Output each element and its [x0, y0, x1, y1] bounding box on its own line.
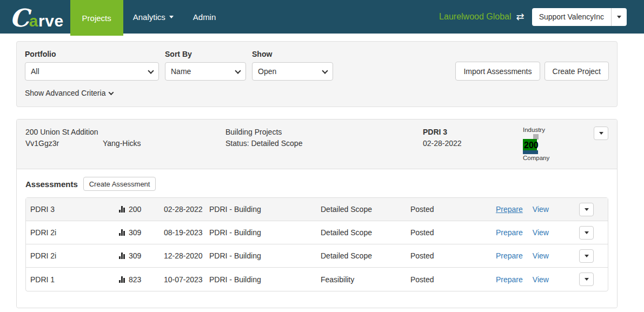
active-company-name: Laurelwood Global — [439, 12, 511, 22]
assessment-score-cell: 823 — [119, 275, 164, 284]
table-row: PDRI 1 823 10-07-2023 PDRI - Building Fe… — [26, 268, 608, 291]
project-code: Vv1Ggz3r — [25, 138, 103, 149]
tab-projects[interactable]: Projects — [70, 0, 123, 36]
assessment-phase-cell: Detailed Scope — [321, 251, 410, 260]
prepare-link[interactable]: Prepare — [496, 275, 523, 284]
assessment-score-value: 309 — [129, 228, 141, 237]
gauge-industry-label: Industry — [523, 127, 593, 134]
view-link[interactable]: View — [533, 205, 549, 214]
support-account-label[interactable]: Support ValencyInc — [532, 8, 611, 26]
sort-by-filter-group: Sort By Name — [165, 50, 246, 81]
tab-admin[interactable]: Admin — [183, 0, 226, 34]
caret-down-icon — [585, 208, 589, 211]
row-actions-dropdown-button[interactable] — [579, 226, 594, 240]
project-identity: 200 Union St Addition Vv1Ggz3r Yang-Hick… — [25, 127, 225, 162]
prepare-link[interactable]: Prepare — [496, 251, 523, 260]
assessment-actions-cell: Prepare View — [496, 228, 565, 237]
assessment-score-value: 823 — [129, 275, 141, 284]
row-actions-dropdown-button[interactable] — [579, 249, 594, 263]
assessment-date-cell: 08-19-2023 — [164, 228, 209, 237]
score-gauge: Industry 200 Company — [523, 127, 593, 162]
switch-company-icon[interactable]: ⇄ — [516, 12, 525, 22]
assessment-type-cell: PDRI - Building — [209, 251, 321, 260]
gauge-score-value: 200 — [524, 139, 539, 151]
prepare-link[interactable]: Prepare — [496, 228, 523, 237]
view-link[interactable]: View — [533, 251, 549, 260]
assessment-actions-cell: Prepare View — [496, 251, 565, 260]
tab-admin-label: Admin — [193, 12, 216, 22]
table-row: PDRI 2i 309 08-19-2023 PDRI - Building D… — [26, 221, 608, 244]
view-link[interactable]: View — [533, 275, 549, 284]
assessment-name-cell: PDRI 1 — [26, 275, 119, 284]
caret-down-icon — [599, 132, 603, 135]
assessment-type-cell: PDRI - Building — [209, 275, 321, 284]
table-row: PDRI 3 200 02-28-2022 PDRI - Building De… — [26, 198, 608, 221]
create-assessment-button[interactable]: Create Assessment — [83, 177, 156, 191]
app-logo[interactable]: Carve — [10, 0, 64, 34]
gauge-company-label: Company — [523, 155, 593, 162]
project-type-status: Building Projects Status: Detailed Scope — [225, 127, 423, 162]
latest-assessment-date: 02-28-2022 — [423, 138, 523, 149]
tab-projects-label: Projects — [82, 14, 111, 23]
project-type: Building Projects — [225, 127, 423, 138]
project-card-body: Assessments Create Assessment PDRI 3 200… — [17, 169, 617, 308]
navbar: Carve Projects Analytics Admin Laurelwoo… — [0, 0, 644, 34]
row-actions-dropdown-button[interactable] — [579, 203, 594, 216]
row-actions-dropdown-button[interactable] — [579, 273, 594, 286]
project-actions-dropdown-button[interactable] — [594, 127, 608, 140]
portfolio-select[interactable]: All — [25, 62, 159, 81]
assessment-score-value: 309 — [129, 251, 141, 260]
prepare-link[interactable]: Prepare — [496, 205, 523, 214]
sort-by-label: Sort By — [165, 50, 246, 58]
portfolio-filter-group: Portfolio All — [25, 50, 159, 81]
project-status: Status: Detailed Scope — [225, 138, 423, 149]
filter-action-buttons: Import Assessments Create Project — [455, 62, 609, 81]
row-dropdown-cell — [565, 226, 608, 240]
show-filter-group: Show Open — [252, 50, 333, 81]
caret-down-icon — [585, 231, 589, 234]
assessment-score-cell: 200 — [119, 205, 164, 214]
project-name: 200 Union St Addition — [25, 127, 225, 138]
bar-chart-icon — [119, 253, 125, 259]
assessment-name-cell: PDRI 3 — [26, 205, 119, 214]
show-select[interactable]: Open — [252, 62, 333, 81]
assessment-date-cell: 12-28-2020 — [164, 251, 209, 260]
logo-letters-rve: rve — [38, 12, 64, 30]
create-project-button[interactable]: Create Project — [545, 62, 609, 81]
show-advanced-criteria-link[interactable]: Show Advanced Criteria — [25, 89, 113, 97]
portfolio-label: Portfolio — [25, 50, 159, 58]
assessment-score-cell: 309 — [119, 228, 164, 237]
navbar-right: Laurelwood Global ⇄ Support ValencyInc — [439, 0, 627, 34]
assessment-phase-cell: Detailed Scope — [321, 228, 410, 237]
row-dropdown-cell — [565, 249, 608, 263]
support-dropdown-toggle[interactable] — [612, 8, 627, 26]
view-link[interactable]: View — [533, 228, 549, 237]
main-content: Portfolio All Sort By Name Sho — [16, 41, 618, 312]
sort-by-select[interactable]: Name — [165, 62, 246, 81]
bar-chart-icon — [119, 229, 125, 236]
company-bar-icon — [523, 150, 538, 154]
support-account-split-button[interactable]: Support ValencyInc — [532, 8, 627, 26]
assessment-date-cell: 10-07-2023 — [164, 275, 209, 284]
assessment-score-cell: 309 — [119, 251, 164, 260]
project-client: Yang-Hicks — [103, 138, 141, 149]
assessment-phase-cell: Feasibility — [321, 275, 410, 284]
project-card-header: 200 Union St Addition Vv1Ggz3r Yang-Hick… — [17, 120, 617, 169]
bar-chart-icon — [119, 276, 125, 283]
gauge-graphic: 200 — [523, 134, 554, 154]
caret-down-icon — [585, 278, 589, 281]
assessment-name-cell: PDRI 2i — [26, 228, 119, 237]
nav-tabs: Projects Analytics Admin — [70, 0, 226, 34]
assessment-status-cell: Posted — [410, 205, 496, 214]
row-dropdown-cell — [565, 273, 608, 286]
assessment-actions-cell: Prepare View — [496, 205, 565, 214]
filter-panel: Portfolio All Sort By Name Sho — [16, 41, 618, 107]
caret-down-icon — [617, 16, 621, 18]
assessment-status-cell: Posted — [410, 275, 496, 284]
advanced-criteria-label: Show Advanced Criteria — [25, 89, 105, 97]
assessment-actions-cell: Prepare View — [496, 275, 565, 284]
latest-assessment-summary: PDRI 3 02-28-2022 — [423, 127, 523, 162]
tab-analytics[interactable]: Analytics — [123, 0, 183, 34]
import-assessments-button[interactable]: Import Assessments — [455, 62, 540, 81]
tab-analytics-label: Analytics — [133, 12, 165, 22]
